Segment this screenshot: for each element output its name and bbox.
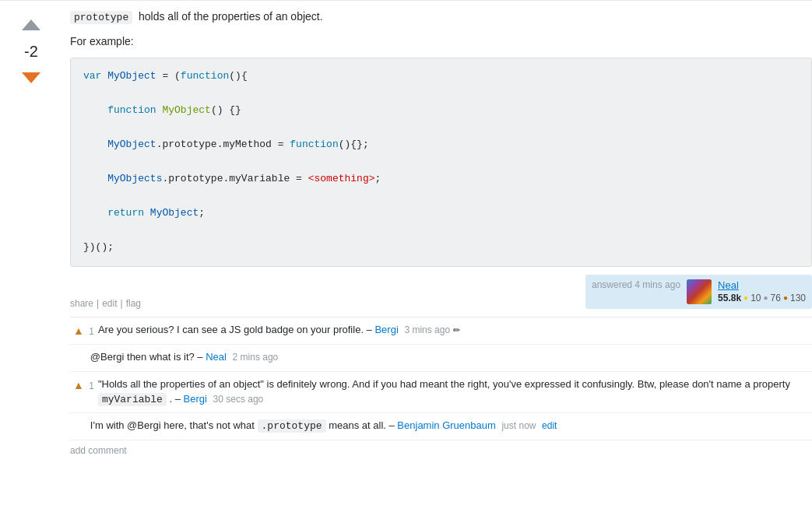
inline-code-prototype: .prototype (258, 419, 326, 433)
comment-vote-1: ▲ 1 (73, 322, 94, 339)
gold-badge-dot: ● (743, 293, 748, 302)
comment-time-1: 3 mins ago (404, 324, 450, 335)
comment-author-benjamin[interactable]: Benjamin Gruenbaum (397, 419, 495, 431)
comment-up-arrow-3[interactable]: ▲ (73, 377, 84, 394)
badges-row: 55.8k ● 10 ● 76 ● 130 (718, 293, 806, 303)
comment-edit-link[interactable]: edit (542, 420, 557, 431)
add-comment[interactable]: add comment (70, 440, 812, 461)
comment-item: ▲ 1 Are you serious? I can see a JS gold… (70, 317, 812, 345)
avatar (687, 279, 712, 304)
avatar-image (687, 279, 712, 304)
edit-pencil-1: ✏ (453, 325, 460, 335)
comment-vote-3: ▲ 1 (73, 377, 94, 394)
silver-badge-count: 76 (771, 293, 781, 303)
bronze-badge-count: 130 (790, 293, 806, 303)
prototype-code-intro: prototype (70, 11, 132, 24)
comment-author-neal[interactable]: Neal (206, 351, 227, 363)
post-actions: share | edit | flag answered 4 mins ago … (70, 275, 812, 309)
inline-code-myvariable: myVariable (98, 393, 167, 406)
comment-time-4: just now (501, 420, 536, 431)
user-name-link[interactable]: Neal (718, 279, 806, 291)
answered-info: answered 4 mins ago (592, 279, 680, 290)
vote-up-button[interactable] (17, 13, 45, 41)
code-block: var MyObject = (function(){ function MyO… (70, 58, 812, 267)
share-link[interactable]: share (70, 298, 93, 309)
user-rep: 55.8k (718, 293, 741, 303)
post-text: prototype holds all of the properties of… (70, 9, 812, 267)
comments-section: ▲ 1 Are you serious? I can see a JS gold… (70, 317, 812, 461)
comment-up-arrow-1[interactable]: ▲ (73, 323, 84, 339)
intro-paragraph: prototype holds all of the properties of… (70, 9, 812, 26)
user-card-info: Neal 55.8k ● 10 ● 76 ● 130 (718, 279, 806, 303)
flag-link[interactable]: flag (126, 298, 141, 309)
gold-badge-count: 10 (750, 293, 761, 303)
comment-text-1: Are you serious? I can see a JS gold bad… (98, 322, 812, 338)
answer-container: -2 prototype holds all of the properties… (0, 0, 812, 468)
comment-text-3: "Holds all the properties of an object" … (98, 377, 812, 408)
user-card: answered 4 mins ago Neal 55.8k ● 10 ● 76… (585, 275, 812, 309)
comment-time-2: 2 mins ago (233, 352, 279, 363)
vote-down-button[interactable] (17, 61, 45, 89)
comment-item-4: ▲ I'm with @Bergi here, that's not what … (70, 413, 812, 440)
vote-count: -2 (24, 41, 38, 61)
bronze-badge-dot: ● (783, 293, 788, 302)
comment-author-bergi-1[interactable]: Bergi (374, 324, 398, 335)
comment-item-2: ▲ @Bergi then what is it? – Neal 2 mins … (70, 345, 812, 372)
example-paragraph: For example: (70, 33, 812, 50)
silver-badge-dot: ● (764, 293, 768, 302)
action-links: share | edit | flag (70, 298, 144, 309)
vote-cell: -2 (0, 9, 62, 461)
comment-item-3: ▲ 1 "Holds all the properties of an obje… (70, 372, 812, 413)
comment-text-4: I'm with @Bergi here, that's not what .p… (90, 418, 812, 434)
comment-author-bergi-3[interactable]: Bergi (184, 393, 207, 405)
comment-vote-count-1: 1 (89, 326, 94, 337)
answer-body: prototype holds all of the properties of… (62, 9, 812, 461)
comment-time-3: 30 secs ago (213, 394, 264, 405)
comment-text-2: @Bergi then what is it? – Neal 2 mins ag… (90, 349, 812, 365)
answered-label: answered 4 mins ago (592, 279, 680, 290)
edit-link[interactable]: edit (102, 298, 117, 309)
comment-vote-count-3: 1 (89, 380, 94, 391)
